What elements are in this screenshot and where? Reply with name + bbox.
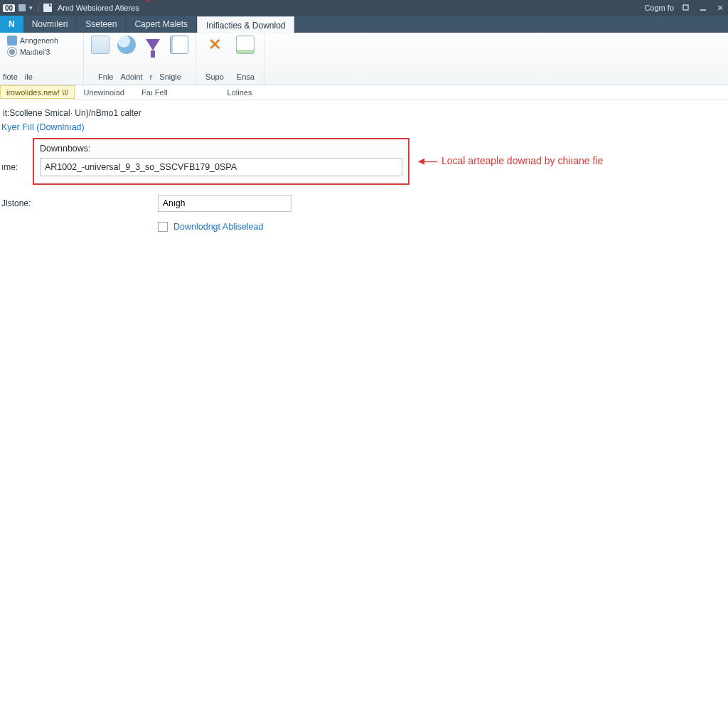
- download-abliselead-checkbox[interactable]: [158, 222, 168, 232]
- kyer-fill-download-link[interactable]: Kyer Fıll (Downlnıad): [0, 122, 722, 138]
- pathbar-unewinoiad[interactable]: Unewinoiad: [75, 85, 132, 99]
- document-icon: [43, 4, 52, 12]
- titlebar: 00 ▾ | Anıd Websiored Atieres Cogm fo ×: [0, 0, 728, 16]
- ribbon-single-label: Snigle: [159, 73, 181, 81]
- minimize-window-icon[interactable]: [698, 3, 708, 13]
- pathbar: irowolides.new! \I/ Unewinoiad Faı Fell …: [0, 85, 728, 100]
- ribbon-supo-button[interactable]: ✕: [200, 36, 229, 54]
- svg-rect-0: [18, 4, 26, 11]
- pathbar-fai-fell-label: Faı Fell: [141, 88, 168, 97]
- downloads-title: Downnbows:: [40, 144, 402, 154]
- menu-tabs: N Novmıleri Sseteen Capert Malets Inifia…: [0, 16, 728, 33]
- tab-novmileri[interactable]: Novmıleri: [23, 16, 77, 33]
- breadcrumb: it:Scollene Smical· Un)/nBmo1 calter: [0, 105, 722, 122]
- file-icon: [91, 36, 109, 54]
- ribbon-group-1: Anngenenh Maıdıei'3 fiote ile: [0, 33, 84, 85]
- callout-arrow-icon: ◂—: [418, 153, 437, 168]
- ribbon-group-3: ✕ Supo Ensa: [196, 33, 264, 85]
- distone-label: Jlstone:: [0, 198, 33, 208]
- tab-inifacties-download[interactable]: Inifiacties & Downlod: [197, 16, 294, 33]
- ribbon-file-button[interactable]: [88, 36, 112, 54]
- app-icon: [18, 4, 26, 12]
- callout-annotation: ◂— Local arteaple downad by chiıane fie: [418, 153, 603, 168]
- ribbon-anngenenh-label: Anngenenh: [20, 36, 58, 45]
- ribbon-file-label: Fnle: [98, 73, 113, 81]
- funnel-icon: [144, 36, 162, 54]
- ribbon-adoint-label: Adoint: [120, 73, 142, 81]
- assign-icon: [7, 36, 17, 46]
- sheet-icon: [236, 36, 255, 54]
- pathbar-lolines[interactable]: Lolines: [219, 85, 261, 99]
- ribbon-anngenenh[interactable]: Anngenenh: [7, 36, 58, 46]
- download-abliselead-label: Downlodngt Abliselead: [173, 222, 263, 232]
- titlebar-right: Cogm fo ×: [644, 0, 725, 16]
- ribbon-maidei[interactable]: Maıdıei'3: [7, 47, 50, 57]
- tab-seteen[interactable]: Sseteen: [77, 16, 126, 33]
- ribbon-mid-label: r: [150, 73, 153, 81]
- ribbon-lbl-fiote: fiote: [3, 73, 18, 81]
- name-label: ıme:: [0, 138, 33, 172]
- ribbon-single-button[interactable]: [168, 36, 191, 54]
- tab-capert-malets[interactable]: Capert Malets: [126, 16, 197, 33]
- downloads-filename-input[interactable]: [40, 158, 402, 176]
- downloads-highlight-box: Downnbows:: [33, 138, 410, 185]
- callout-text: Local arteaple downad by chiıane fie: [441, 155, 603, 166]
- ribbon: Anngenenh Maıdıei'3 fiote ile: [0, 33, 728, 85]
- ribbon-maidei-label: Maıdıei'3: [20, 48, 50, 56]
- titlebar-left: 00 ▾ | Anıd Websiored Atieres: [3, 4, 139, 12]
- titlebar-separator: |: [37, 4, 39, 12]
- ribbon-adoint-button[interactable]: [114, 36, 138, 54]
- distone-input[interactable]: [158, 195, 291, 212]
- window-title: Anıd Websiored Atieres: [58, 4, 139, 12]
- ribbon-filter-button[interactable]: [141, 36, 165, 54]
- svg-rect-1: [683, 5, 688, 10]
- ribbon-group-2: Fnle Adoint r Snigle: [84, 33, 196, 85]
- close-window-icon[interactable]: ×: [715, 3, 725, 13]
- pathbar-first[interactable]: irowolides.new! \I/: [0, 85, 75, 99]
- globe-icon: [117, 36, 136, 54]
- ribbon-supo-label: Supo: [205, 73, 224, 81]
- quickaccess-dropdown-icon[interactable]: ▾: [29, 4, 33, 11]
- ribbon-lbl-ile: ile: [25, 73, 33, 81]
- ribbon-ensa-button[interactable]: [232, 36, 260, 54]
- restore-window-icon[interactable]: [681, 3, 691, 13]
- panel-icon: [170, 36, 188, 54]
- signin-link[interactable]: Cogm fo: [644, 4, 674, 12]
- content-area: it:Scollene Smical· Un)/nBmo1 calter Kye…: [0, 100, 728, 232]
- titlebar-badge: 00: [3, 4, 15, 12]
- download-abliselead-row[interactable]: Downlodngt Abliselead: [158, 222, 722, 232]
- delete-x-icon: ✕: [205, 36, 224, 54]
- tab-home[interactable]: N: [0, 16, 23, 33]
- settings-icon: [7, 47, 17, 57]
- pathbar-fai-fell[interactable]: Faı Fell: [133, 85, 176, 99]
- ribbon-ensa-label: Ensa: [237, 73, 255, 81]
